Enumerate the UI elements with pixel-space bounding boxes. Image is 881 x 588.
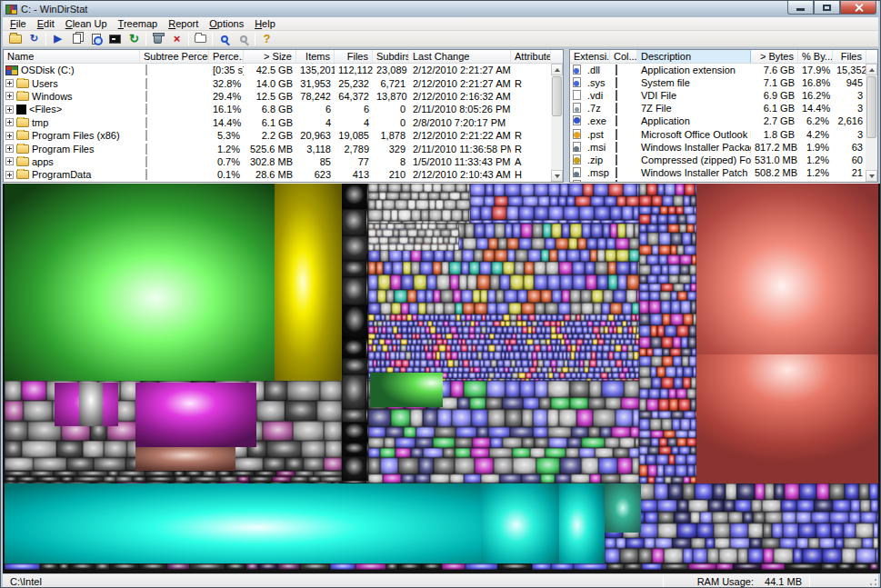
refresh-all-button[interactable]: ↻: [25, 31, 44, 46]
tree-row[interactable]: Program Files (x86)5.3%2.2 GB20,96319,08…: [4, 129, 563, 142]
tree-cell-pct: 32.8%: [209, 78, 244, 89]
color-swatch: [616, 115, 617, 126]
ext-cell-bytes: 508.2 MB: [751, 167, 798, 178]
tree-col-header-bar[interactable]: Subtree Percent...: [140, 50, 209, 63]
tree-cell-pct: 16.1%: [209, 104, 244, 115]
extension-row[interactable]: .datDAT File472.0 MB1.1%1,450: [570, 179, 877, 182]
ext-col-header-color[interactable]: Col...: [610, 50, 637, 63]
minimize-button[interactable]: [787, 1, 814, 15]
tree-cell-subdirs: 0: [373, 104, 409, 115]
ext-col-header-bytes[interactable]: > Bytes: [751, 50, 798, 63]
copy-path-button[interactable]: [67, 31, 86, 46]
extension-row[interactable]: .dllApplication extension7.6 GB17.9%15,3…: [570, 64, 877, 76]
extension-row[interactable]: .mspWindows Installer Patch508.2 MB1.2%2…: [570, 166, 877, 179]
tree-col-header-size[interactable]: > Size: [244, 50, 296, 63]
tree-col-header-pct[interactable]: Perce...: [209, 50, 244, 63]
open-button[interactable]: [5, 31, 25, 46]
ext-col-header-desc[interactable]: Description: [637, 50, 751, 63]
tree-row[interactable]: Windows29.4%12.5 GB78,24264,37213,8702/1…: [4, 90, 563, 103]
menu-item-file[interactable]: File: [5, 17, 32, 31]
extension-row[interactable]: .7z7Z File6.1 GB14.4%3: [570, 102, 877, 115]
menu-item-help[interactable]: Help: [249, 17, 281, 31]
menu-item-report[interactable]: Report: [163, 17, 204, 31]
ext-cell-color: [610, 115, 637, 126]
maximize-button[interactable]: [814, 1, 840, 15]
tree-cell-pct: 5.3%: [209, 130, 244, 141]
folder-icon: [16, 118, 29, 127]
extension-row[interactable]: .pstMicrosoft Office Outlook Pe...1.8 GB…: [570, 127, 877, 140]
zoom-out-button[interactable]: [234, 31, 253, 46]
ram-usage-label: RAM Usage:: [697, 574, 754, 588]
expand-icon[interactable]: [5, 79, 14, 87]
ext-cell-bytes: 1.8 GB: [751, 129, 798, 140]
resume-button[interactable]: ▶: [48, 31, 67, 46]
ext-cell-bytes: 817.2 MB: [751, 142, 798, 153]
treemap-view[interactable]: [3, 183, 878, 573]
color-swatch: [616, 90, 617, 101]
app-icon: [5, 5, 17, 15]
scroll-down-icon[interactable]: [866, 170, 877, 182]
extension-row[interactable]: .msiWindows Installer Package817.2 MB1.9…: [570, 141, 877, 154]
treemap-select-button[interactable]: [191, 31, 210, 46]
extension-row[interactable]: .vdiVDI File6.9 GB16.2%3: [570, 89, 877, 102]
scroll-thumb[interactable]: [866, 76, 876, 138]
help-button[interactable]: ?: [257, 31, 276, 46]
color-swatch: [616, 180, 617, 182]
tree-cell-name: Users: [4, 78, 140, 89]
expand-icon[interactable]: [5, 92, 14, 100]
menu-item-options[interactable]: Options: [204, 17, 249, 31]
item-name: Program Files: [32, 144, 94, 154]
cleanup-button[interactable]: [148, 31, 167, 46]
extensions-scrollbar[interactable]: [866, 64, 877, 182]
tree-col-header-name[interactable]: Name: [4, 50, 140, 63]
extension-name: .exe: [587, 115, 606, 126]
scroll-up-icon[interactable]: [551, 64, 563, 75]
expand-icon[interactable]: [5, 157, 14, 165]
extensions-rows: .dllApplication extension7.6 GB17.9%15,3…: [570, 64, 877, 182]
extension-name: .dll: [587, 65, 600, 75]
refresh-selected-button[interactable]: ↻: [125, 31, 144, 46]
zoom-in-button[interactable]: [215, 31, 234, 46]
treemap-canvas[interactable]: [3, 184, 880, 573]
extension-row[interactable]: .zipCompressed (zipped) Folder531.0 MB1.…: [570, 154, 877, 166]
tree-scrollbar[interactable]: [551, 64, 563, 182]
scroll-thumb[interactable]: [552, 76, 562, 116]
ext-col-header-ext[interactable]: Extensi...: [570, 50, 610, 63]
extension-row[interactable]: .exeApplication2.7 GB6.2%2,616: [570, 115, 877, 127]
command-prompt-button[interactable]: [105, 31, 125, 46]
extension-row[interactable]: .sysSystem file7.1 GB16.8%945: [570, 76, 877, 89]
title-bar[interactable]: C: - WinDirStat: [3, 1, 878, 17]
tree-col-header-files[interactable]: Files: [335, 50, 373, 63]
tree-row[interactable]: tmp14.4%6.1 GB4402/8/2010 7:20:17 PM: [4, 116, 563, 129]
tree-row[interactable]: Users32.8%14.0 GB31,95325,2326,7212/12/2…: [4, 76, 563, 89]
menu-item-edit[interactable]: Edit: [32, 17, 60, 31]
tree-col-header-items[interactable]: Items: [296, 50, 335, 63]
tree-row[interactable]: <Files>16.1%6.8 GB6602/11/2010 8:05:26 P…: [4, 103, 563, 115]
ext-cell-color: [610, 167, 637, 178]
ext-cell-files: 15,352: [833, 65, 866, 75]
tree-col-header-subdirs[interactable]: Subdirs: [373, 50, 409, 63]
ext-col-header-pct[interactable]: % By...: [798, 50, 833, 63]
close-button[interactable]: [840, 1, 876, 15]
explorer-here-button[interactable]: [86, 31, 105, 46]
delete-button[interactable]: ×: [167, 31, 186, 46]
tree-row[interactable]: Program Files1.2%525.6 MB3,1182,7893292/…: [4, 142, 563, 154]
image-file-icon: [572, 103, 583, 114]
resize-grip[interactable]: [866, 577, 878, 588]
expand-icon[interactable]: [5, 171, 14, 179]
tree-col-header-changed[interactable]: Last Change: [409, 50, 511, 63]
ext-col-header-files[interactable]: Files: [833, 50, 866, 63]
tree-row[interactable]: OSDisk (C:)[0:35 s]42.5 GB135,201112,112…: [4, 64, 563, 76]
tree-row[interactable]: ProgramData0.1%28.6 MB6234132102/12/2010…: [4, 168, 563, 181]
menu-item-treemap[interactable]: Treemap: [113, 17, 164, 31]
scroll-up-icon[interactable]: [866, 64, 877, 75]
expand-icon[interactable]: [5, 118, 14, 126]
scroll-down-icon[interactable]: [551, 170, 563, 182]
expand-icon[interactable]: [5, 145, 14, 153]
expand-icon[interactable]: [5, 132, 14, 140]
expand-icon[interactable]: [5, 105, 14, 114]
tree-col-header-attr[interactable]: Attributes: [511, 50, 551, 63]
menu-item-clean-up[interactable]: Clean Up: [60, 17, 113, 31]
tree-row[interactable]: apps0.7%302.8 MB857781/5/2010 11:33:43 P…: [4, 155, 563, 168]
folder-icon: [16, 145, 29, 154]
